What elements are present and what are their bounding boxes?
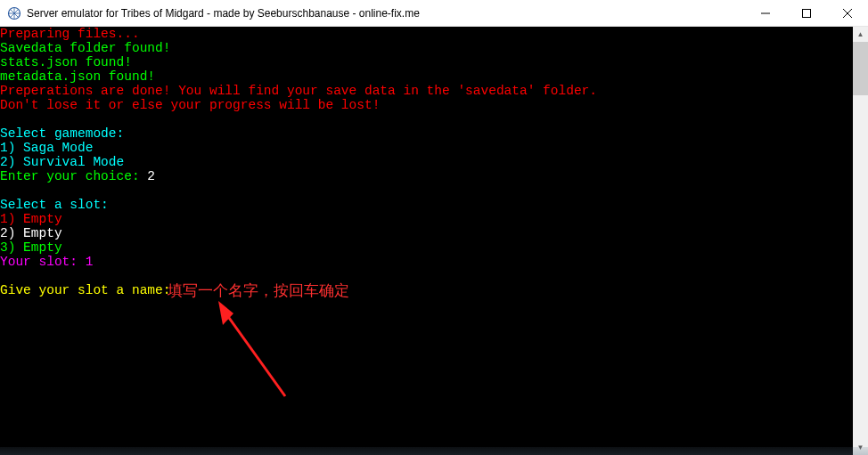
console-line: Select gamemode: xyxy=(0,126,868,141)
svg-rect-2 xyxy=(803,9,811,17)
console-line xyxy=(0,112,868,126)
console-line: Don't lose it or else your progress will… xyxy=(0,98,868,112)
console-line: Preparing files... xyxy=(0,27,868,41)
titlebar: Server emulator for Tribes of Midgard - … xyxy=(0,0,868,27)
app-icon xyxy=(7,6,21,20)
console-line xyxy=(0,183,868,198)
window-controls xyxy=(745,0,868,26)
maximize-button[interactable] xyxy=(786,0,827,26)
close-button[interactable] xyxy=(827,0,868,26)
taskbar-edge xyxy=(0,447,868,455)
minimize-button[interactable] xyxy=(745,0,786,26)
console-line: stats.json found! xyxy=(0,55,868,69)
console-line: 1) Saga Mode xyxy=(0,141,868,155)
console-line: Select a slot: xyxy=(0,198,868,212)
console-line: Savedata folder found! xyxy=(0,41,868,55)
console-line: Your slot: 1 xyxy=(0,255,868,269)
console-line: Preperations are done! You will find you… xyxy=(0,84,868,98)
console-line: Enter your choice: 2 xyxy=(0,169,868,183)
scroll-thumb[interactable] xyxy=(853,42,868,95)
console-line: 2) Empty xyxy=(0,226,868,240)
scroll-up-button[interactable]: ▲ xyxy=(853,27,868,42)
window-title: Server emulator for Tribes of Midgard - … xyxy=(27,7,745,20)
console-line: Give your slot a name: xyxy=(0,283,868,297)
console-output[interactable]: Preparing files...Savedata folder found!… xyxy=(0,27,868,455)
console-line: metadata.json found! xyxy=(0,69,868,84)
console-line: 1) Empty xyxy=(0,212,868,226)
console-line xyxy=(0,269,868,283)
console-line: 3) Empty xyxy=(0,240,868,255)
scrollbar[interactable]: ▲ ▼ xyxy=(853,27,868,455)
console-line: 2) Survival Mode xyxy=(0,155,868,169)
